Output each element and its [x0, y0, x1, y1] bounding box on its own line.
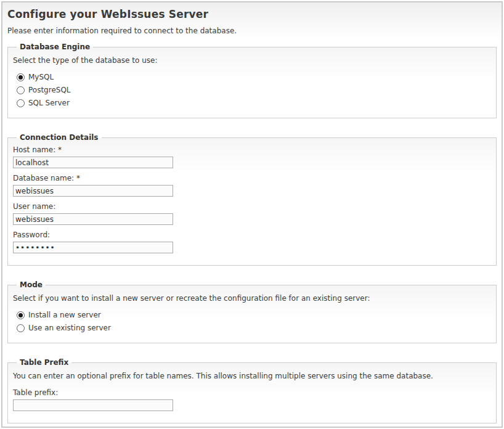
wizard-page: Configure your WebIssues Server Please e… [1, 1, 503, 428]
host-name-label: Host name: * [13, 145, 491, 154]
radio-option-sqlserver[interactable]: SQL Server [13, 99, 491, 107]
sqlserver-radio-icon[interactable] [17, 99, 25, 107]
table-prefix-group: Table prefix: [13, 388, 491, 411]
table-prefix-description: You can enter an optional prefix for tab… [13, 372, 491, 380]
connection-details-section: Connection Details Host name: * Database… [7, 133, 497, 266]
install-new-server-radio-label[interactable]: Install a new server [28, 311, 101, 319]
page-title: Configure your WebIssues Server [7, 8, 497, 20]
page-subtitle: Please enter information required to con… [7, 27, 497, 35]
page-header: Configure your WebIssues Server Please e… [2, 2, 502, 39]
database-engine-legend: Database Engine [17, 43, 93, 51]
password-group: Password: [13, 231, 491, 253]
postgresql-radio-icon[interactable] [17, 86, 25, 94]
table-prefix-section: Table Prefix You can enter an optional p… [7, 358, 497, 423]
table-prefix-label: Table prefix: [13, 388, 491, 397]
database-name-input[interactable] [13, 185, 173, 197]
radio-option-use-existing-server[interactable]: Use an existing server [13, 324, 491, 332]
use-existing-server-radio-icon[interactable] [17, 324, 25, 332]
database-name-group: Database name: * [13, 174, 491, 197]
host-name-input[interactable] [13, 157, 173, 168]
user-name-input[interactable] [13, 213, 173, 225]
radio-option-postgresql[interactable]: PostgreSQL [13, 86, 491, 94]
mysql-radio-label[interactable]: MySQL [28, 73, 54, 81]
host-name-group: Host name: * [13, 145, 491, 168]
connection-details-legend: Connection Details [17, 133, 102, 142]
database-name-label: Database name: * [13, 174, 491, 182]
mode-section: Mode Select if you want to install a new… [7, 280, 497, 343]
radio-option-mysql[interactable]: MySQL [13, 73, 491, 81]
password-input[interactable] [13, 242, 173, 253]
postgresql-radio-label[interactable]: PostgreSQL [28, 86, 71, 94]
install-new-server-radio-icon[interactable] [17, 311, 25, 319]
database-engine-description: Select the type of the database to use: [13, 56, 491, 65]
user-name-group: User name: [13, 202, 491, 225]
mode-legend: Mode [17, 280, 46, 289]
table-prefix-input[interactable] [13, 399, 173, 411]
mysql-radio-icon[interactable] [17, 73, 25, 81]
radio-option-install-new-server[interactable]: Install a new server [13, 311, 491, 319]
sqlserver-radio-label[interactable]: SQL Server [28, 99, 70, 107]
table-prefix-legend: Table Prefix [17, 358, 71, 367]
mode-description: Select if you want to install a new serv… [13, 294, 491, 303]
database-engine-section: Database Engine Select the type of the d… [7, 43, 497, 118]
use-existing-server-radio-label[interactable]: Use an existing server [28, 324, 111, 332]
user-name-label: User name: [13, 202, 491, 211]
password-label: Password: [13, 231, 491, 239]
